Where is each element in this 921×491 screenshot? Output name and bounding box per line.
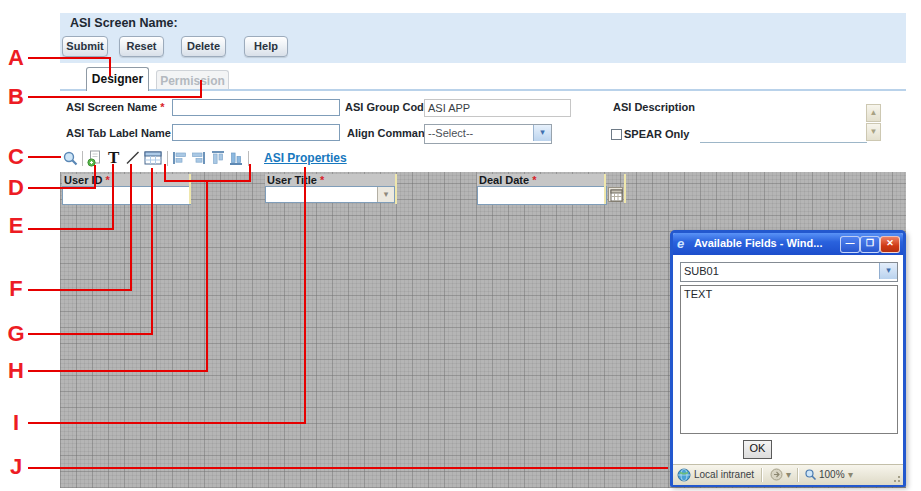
annotation-letter-g: G (3, 321, 29, 347)
field-edge-marker (624, 174, 626, 203)
field-edge-marker (189, 174, 191, 204)
window-title: Available Fields - Wind... (694, 237, 849, 249)
user-title-select[interactable]: ▾ (265, 186, 395, 203)
delete-button[interactable]: Delete (181, 36, 226, 57)
table-icon[interactable] (144, 150, 162, 167)
annotation-letter-b: B (3, 84, 29, 110)
available-fields-select[interactable]: SUB01 ▾ (680, 262, 898, 282)
restore-button[interactable]: ❐ (860, 236, 880, 253)
user-id-label: User ID * (62, 174, 190, 186)
security-zone-label: Local intranet (694, 469, 754, 480)
field-edge-marker (604, 174, 606, 204)
text-tool-icon[interactable]: T (108, 150, 119, 167)
tab-designer[interactable]: Designer (86, 67, 149, 91)
tab-permission[interactable]: Permission (156, 70, 229, 91)
help-button[interactable]: Help (244, 36, 288, 57)
window-statusbar: Local intranet ▾ 100% ▾ (673, 464, 903, 485)
calendar-icon[interactable] (608, 187, 623, 202)
asi-properties-link[interactable]: ASI Properties (264, 151, 347, 165)
minimize-button[interactable]: — (840, 236, 860, 253)
align-command-select[interactable]: --Select-- ▾ (424, 124, 552, 144)
tab-label-name-input[interactable] (172, 124, 340, 141)
scroll-down-icon[interactable]: ▼ (866, 123, 881, 141)
chevron-down-icon[interactable]: ▾ (533, 125, 551, 141)
statusbar-divider (761, 468, 763, 482)
user-title-label: User Title * (265, 174, 395, 186)
chevron-down-icon[interactable]: ▾ (786, 469, 791, 480)
window-titlebar[interactable]: e Available Fields - Wind... — ❐ ✕ (673, 233, 903, 255)
submit-button[interactable]: Submit (62, 36, 108, 57)
annotation-letter-d: D (3, 175, 29, 201)
tab-label-name-label: ASI Tab Label Name * (66, 127, 178, 139)
resize-grip-icon[interactable] (890, 472, 902, 484)
zoom-icon[interactable] (62, 150, 79, 167)
annotation-letter-h: H (3, 358, 29, 384)
annotation-letter-i: I (3, 410, 29, 436)
align-left-icon[interactable] (172, 150, 188, 167)
deal-date-input[interactable] (477, 186, 607, 205)
new-item-icon[interactable] (87, 150, 102, 167)
group-code-value: ASI APP (424, 99, 571, 117)
spear-only-checkbox[interactable] (611, 129, 622, 140)
align-right-icon[interactable] (190, 150, 206, 167)
ie-logo-icon: e (677, 236, 684, 251)
available-fields-window[interactable]: e Available Fields - Wind... — ❐ ✕ SUB01… (670, 230, 906, 487)
chevron-down-icon[interactable]: ▾ (377, 187, 394, 202)
annotation-letter-e: E (3, 213, 29, 239)
toolbar-separator (248, 151, 249, 166)
deal-date-label: Deal Date * (477, 174, 606, 186)
safety-icon (770, 468, 783, 481)
tab-strip-underline (60, 89, 906, 91)
annotation-letter-a: A (3, 45, 29, 71)
available-fields-select-value: SUB01 (684, 265, 719, 277)
chevron-down-icon[interactable]: ▾ (848, 469, 853, 480)
annotation-letter-j: J (3, 454, 29, 480)
annotation-letter-f: F (3, 276, 29, 302)
list-item[interactable]: TEXT (681, 286, 897, 300)
group-code-label: ASI Group Code (345, 101, 430, 113)
zoom-level-icon (804, 468, 817, 481)
screen-name-input[interactable] (172, 99, 340, 116)
available-fields-listbox[interactable]: TEXT (680, 285, 898, 434)
description-label: ASI Description (613, 101, 695, 113)
zoom-level-value[interactable]: 100% (819, 469, 845, 480)
statusbar-divider (797, 468, 799, 482)
align-command-value: --Select-- (428, 127, 473, 139)
user-id-input[interactable] (62, 186, 191, 205)
close-button[interactable]: ✕ (880, 236, 900, 253)
spear-only-label: SPEAR Only (624, 128, 689, 140)
align-command-label: Align Command (347, 127, 431, 139)
chevron-down-icon[interactable]: ▾ (879, 263, 897, 279)
toolbar-separator (82, 151, 83, 166)
annotation-letter-c: C (3, 144, 29, 170)
ok-button[interactable]: OK (743, 440, 772, 459)
align-top-icon[interactable] (210, 150, 226, 167)
reset-button[interactable]: Reset (119, 36, 164, 57)
page-title: ASI Screen Name: (70, 16, 178, 30)
field-edge-marker (395, 174, 397, 204)
description-textarea[interactable] (700, 99, 867, 143)
line-tool-icon[interactable] (125, 150, 141, 167)
align-bottom-icon[interactable] (228, 150, 244, 167)
globe-icon (677, 468, 691, 482)
scroll-up-icon[interactable]: ▲ (866, 104, 881, 122)
toolbar-separator (167, 151, 168, 166)
description-scrollbar[interactable]: ▲ ▼ (866, 104, 881, 141)
screen-name-label: ASI Screen Name * (66, 101, 164, 113)
